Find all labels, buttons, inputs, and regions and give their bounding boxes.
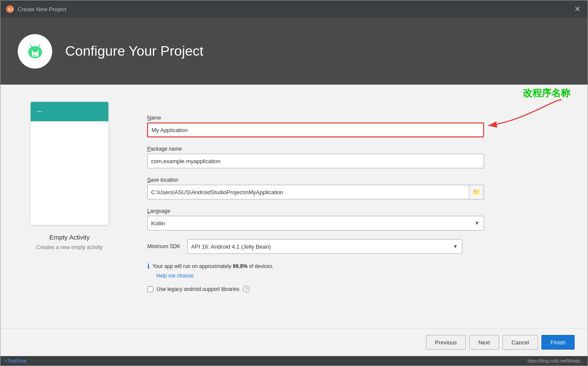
legacy-help-icon[interactable]: ? xyxy=(243,286,250,293)
previous-button[interactable]: Previous xyxy=(426,335,466,350)
min-sdk-select-wrapper: API 16: Android 4.1 (Jelly Bean) API 21:… xyxy=(187,239,462,254)
preview-body xyxy=(31,121,108,225)
title-bar: AS Create New Project ✕ xyxy=(0,0,588,18)
logo-circle: AI xyxy=(18,34,52,69)
save-location-input[interactable] xyxy=(147,185,469,199)
info-icon: ℹ xyxy=(147,262,150,270)
language-select[interactable]: Kotlin Java xyxy=(147,216,484,230)
min-sdk-select[interactable]: API 16: Android 4.1 (Jelly Bean) API 21:… xyxy=(187,239,462,254)
language-label: Language xyxy=(147,208,566,214)
name-form-group: Name xyxy=(147,115,566,137)
page-title: Configure Your Project xyxy=(65,43,203,59)
legacy-label: Use legacy android.support libraries xyxy=(157,286,239,292)
folder-icon: 📁 xyxy=(473,189,480,196)
activity-label: Empty Activity xyxy=(49,233,89,241)
preview-header: ← xyxy=(31,102,108,121)
language-select-wrapper: Kotlin Java ▼ xyxy=(147,216,484,230)
legacy-checkbox[interactable] xyxy=(147,286,153,292)
cancel-button[interactable]: Cancel xyxy=(503,335,538,350)
close-button[interactable]: ✕ xyxy=(572,4,582,14)
package-input[interactable] xyxy=(147,154,484,168)
main-content: ← Empty Activity Creates a new empty act… xyxy=(0,85,588,328)
package-label: Package name xyxy=(147,146,566,152)
right-panel: 改程序名称 Name xyxy=(139,85,588,328)
status-bar: <TextView https://blog.csdn.net/Winda... xyxy=(0,356,588,366)
help-link[interactable]: Help me choose xyxy=(156,273,566,279)
next-button[interactable]: Next xyxy=(469,335,499,350)
header: AI Configure Your Project xyxy=(0,18,588,85)
language-form-group: Language Kotlin Java ▼ xyxy=(147,208,566,230)
activity-preview-card: ← xyxy=(31,102,108,225)
finish-button[interactable]: Finish xyxy=(541,335,575,350)
back-arrow-icon: ← xyxy=(36,107,44,116)
info-percent: 99.8% xyxy=(233,263,247,269)
title-bar-text: Create New Project xyxy=(18,6,66,13)
legacy-row: Use legacy android.support libraries ? xyxy=(147,286,484,293)
browse-folder-button[interactable]: 📁 xyxy=(469,185,484,199)
footer: Previous Next Cancel Finish xyxy=(0,328,588,356)
package-form-group: Package name xyxy=(147,146,566,168)
svg-point-7 xyxy=(37,50,39,52)
min-sdk-form-group: Minimum SDK API 16: Android 4.1 (Jelly B… xyxy=(147,239,566,254)
save-location-form-group: Save location 📁 xyxy=(147,177,566,199)
name-input[interactable] xyxy=(147,123,484,137)
activity-description: Creates a new empty activity xyxy=(36,244,102,250)
left-panel: ← Empty Activity Creates a new empty act… xyxy=(0,85,139,328)
min-sdk-row: Minimum SDK API 16: Android 4.1 (Jelly B… xyxy=(147,239,566,254)
info-text: Your app will run on approximately 99.8%… xyxy=(152,263,274,269)
name-label: Name xyxy=(147,115,566,121)
svg-point-6 xyxy=(32,50,33,52)
name-input-wrapper xyxy=(147,123,484,137)
android-studio-icon: AS xyxy=(6,5,14,13)
info-row: ℹ Your app will run on approximately 99.… xyxy=(147,262,484,270)
save-location-input-row: 📁 xyxy=(147,185,484,199)
min-sdk-label: Minimum SDK xyxy=(147,243,180,249)
main-window: AS Create New Project ✕ AI xyxy=(0,0,588,366)
status-right-text: https://blog.csdn.net/Winda... xyxy=(528,359,583,363)
save-location-label: Save location xyxy=(147,177,566,183)
annotation-text: 改程序名称 xyxy=(523,88,570,98)
status-left-text: <TextView xyxy=(5,358,26,363)
svg-text:AS: AS xyxy=(8,7,14,12)
svg-text:AI: AI xyxy=(33,53,36,57)
